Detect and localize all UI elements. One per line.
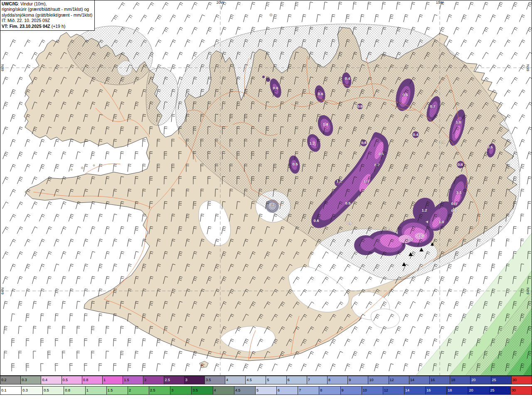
colorbar-segment: 3.5 <box>192 387 213 394</box>
colorbar-segment: 20 <box>468 387 489 394</box>
colorbar-segment: 1.5 <box>123 376 143 384</box>
parallel-label-left: 66N <box>0 64 5 71</box>
colorbar-segment: 0.4 <box>41 376 62 384</box>
colorbar-segment: 12 <box>389 376 409 384</box>
colorbar-segment: 2.5 <box>164 376 185 384</box>
colorbar-segment: 9 <box>341 387 362 394</box>
precip-value-label: 1.4 <box>323 122 328 126</box>
title-box: UWC/IG: Vindur (10m), rigning/skúrir (gr… <box>0 0 95 31</box>
precip-value-label: 0.9 <box>357 104 362 108</box>
precip-value-label: 0.5 <box>345 201 351 205</box>
colorbar-segment: 4.5 <box>246 376 266 384</box>
colorbar-segment: 2.5 <box>149 387 170 394</box>
colorbar-segment: 30 <box>512 376 532 384</box>
precip-value-label: 0.5 <box>402 92 408 97</box>
colorbar-segment: 2 <box>128 387 149 394</box>
precip-value-label: 1.1 <box>386 227 392 231</box>
island-grimsey <box>270 14 272 16</box>
title-line-model: UWC/IG: Vindur (10m), <box>2 1 92 7</box>
colorbar-segment: 4 <box>225 376 246 384</box>
weather-map-page: 20W15W66N66N64N64N 0.60.60.40.90.50.71.0… <box>0 0 532 399</box>
parallel-label-left: 64N <box>0 288 5 295</box>
precip-value-label: 1.1 <box>439 140 445 144</box>
colorbar-segment: 0.1 <box>0 387 22 394</box>
colorbar-segment: 9 <box>348 376 368 384</box>
precip-value-label: 0.5 <box>487 145 493 149</box>
valid-time-offset: (+19 h) <box>50 24 65 29</box>
colorbar-segment: 3.5 <box>205 376 225 384</box>
colorbar-segment: 1.5 <box>107 387 128 394</box>
precip-value-label: 0.7 <box>430 104 435 108</box>
precip-value-label: 1.0 <box>438 219 444 224</box>
colorbar-segment: 10 <box>368 376 389 384</box>
valid-time: VT: Fim. 23.10.2025 04Z <box>2 24 50 29</box>
rain-colorbar: 0.10.30.50.811.522.533.544.5567891012141… <box>0 386 532 395</box>
island <box>93 165 95 166</box>
colorbar-segment: 0.8 <box>82 376 103 384</box>
colorbar-segment: 14 <box>409 376 430 384</box>
colorbar-segment: 0.3 <box>22 387 43 394</box>
precip-value-label: 1.4 <box>418 233 424 238</box>
colorbar-segment: 18 <box>450 376 470 384</box>
sleet-snow-colorbar: 0.20.30.40.50.811.522.533.544.5567891012… <box>0 376 532 384</box>
colorbar-segment: 30 <box>511 387 532 394</box>
colorbar-segment: 6 <box>287 376 307 384</box>
colorbar-segment: 0.3 <box>21 376 41 384</box>
parallel-label-right: 66N <box>526 64 530 71</box>
colorbar-segment: 0.2 <box>0 376 21 384</box>
precip-value-label: 0.2 <box>269 202 274 207</box>
colorbar-segment: 8 <box>328 376 348 384</box>
precip-value-label: 0.6 <box>318 91 323 96</box>
colorbar-segment: 7 <box>298 387 319 394</box>
colorbar-segment: 4 <box>213 387 234 394</box>
precip-value-label: 0.6 <box>347 221 352 225</box>
colorbar-segment: 4.5 <box>234 387 256 394</box>
colorbar-segment: 3 <box>170 387 192 394</box>
precip-value-label: 0.4 <box>457 162 463 167</box>
island <box>81 167 84 169</box>
colorbar-segment: 2 <box>143 376 164 384</box>
precip-value-label: 1.1 <box>456 190 462 195</box>
precip-value-label: 0.8 <box>451 201 456 206</box>
colorbar-segment: 3 <box>185 376 205 384</box>
colorbar-segment: 5 <box>266 376 286 384</box>
title-line-snow: slydda/snjókoma (grátt/bleikt/grænt - mm… <box>2 12 92 18</box>
colorbar-segment: 1 <box>103 376 123 384</box>
colorbar-segment: 16 <box>426 387 447 394</box>
colorbar-segment: 14 <box>404 387 426 394</box>
colorbar-segment: 25 <box>490 387 511 394</box>
precip-value-label: 0.4 <box>413 132 419 137</box>
precip-value-label: 1.3 <box>407 237 413 241</box>
colorbar-segment: 12 <box>383 387 404 394</box>
colorbar-segment: 7 <box>307 376 328 384</box>
colorbar-segment: 20 <box>470 376 491 384</box>
island <box>71 169 72 170</box>
precip-value-label: 1.2 <box>421 208 427 212</box>
colorbar-segment: 10 <box>362 387 383 394</box>
parallel-label-right: 64N <box>526 288 530 295</box>
precip-value-label: 0.8 <box>451 208 456 213</box>
precip-value-label: 1.2 <box>309 141 315 145</box>
colorbar-segment: 6 <box>277 387 298 394</box>
colorbar-segment: 0.5 <box>43 387 64 394</box>
colorbar-segment: 0.5 <box>62 376 82 384</box>
colorbar-segment: 5 <box>256 387 277 394</box>
valid-time-line: VT: Fim. 23.10.2025 04Z (+19 h) <box>2 24 92 29</box>
title-line-rain: rigning/skúrir (grænt/blátt/rautt - mm/1… <box>2 7 92 12</box>
precip-value-label: 0.4 <box>361 140 367 145</box>
precip-value-label: 0.5 <box>292 162 298 166</box>
legend: 0.20.30.40.50.811.522.533.544.5567891012… <box>0 376 532 397</box>
title-line1-rest: : Vindur (10m), <box>18 1 47 6</box>
colorbar-segment: 16 <box>430 376 450 384</box>
colorbar-segment: 0.8 <box>64 387 85 394</box>
model-name: UWC/IG <box>2 1 18 6</box>
precip-value-label: 0.4 <box>345 76 350 81</box>
precip-value-label: 1.0 <box>456 120 461 124</box>
colorbar-segment: 8 <box>319 387 340 394</box>
colorbar-segment: 18 <box>447 387 468 394</box>
colorbar-segment: 25 <box>491 376 512 384</box>
weather-map: 20W15W66N66N64N64N 0.60.60.40.90.50.71.0… <box>0 0 532 376</box>
colorbar-segment: 1 <box>86 387 107 394</box>
init-time: IT: Mið. 22. 10. 2025 09Z <box>2 18 92 23</box>
